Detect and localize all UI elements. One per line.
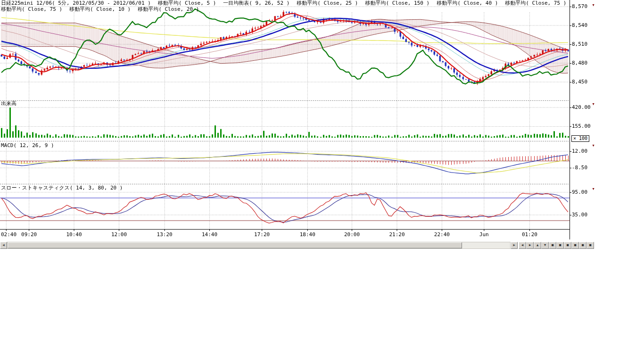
scrollbar-track[interactable]: [7, 242, 511, 249]
scroll-right-button[interactable]: ▶: [511, 242, 518, 249]
time-axis-label: 01:20: [522, 232, 537, 238]
horizontal-scrollbar[interactable]: ◀ ▶: [0, 242, 518, 249]
toolbar-mini-button-8[interactable]: ■: [571, 242, 579, 249]
time-axis-label: 14:40: [202, 232, 217, 238]
chart-application: 日経225mini 12/06( 5分, 2012/05/30 - 2012/0…: [0, 0, 644, 362]
mini-toolbar: ◀▶▲▼■■■■■■: [519, 242, 594, 249]
time-axis-label: 02:40: [1, 232, 17, 238]
toolbar-mini-button-7[interactable]: ■: [564, 242, 571, 249]
stoch-panel-label[interactable]: スロー・ストキャスティクス( 14, 3, 80, 20 ): [1, 185, 123, 191]
indicator-label[interactable]: 移動平均( Close, 25 ): [297, 0, 358, 6]
scroll-left-button[interactable]: ◀: [0, 242, 7, 249]
time-axis-label: 09:20: [21, 232, 37, 238]
indicator-label[interactable]: 移動平均( Close, 40 ): [437, 0, 498, 6]
toolbar-mini-button-5[interactable]: ■: [549, 242, 556, 249]
time-axis-label: 18:40: [300, 232, 315, 238]
macd-panel-label[interactable]: MACD( 12, 26, 9 ): [1, 143, 54, 148]
toolbar-mini-button-6[interactable]: ■: [556, 242, 564, 249]
indicator-label[interactable]: 移動平均( Close, 5 ): [158, 0, 216, 6]
price-axis-label: 8,540: [572, 22, 594, 28]
scrollbar-thumb[interactable]: [8, 242, 462, 248]
indicator-header-row2: 移動平均( Close, 75 )移動平均( Close, 10 )移動平均( …: [1, 7, 199, 12]
toolbar-mini-button-2[interactable]: ▶: [526, 242, 534, 249]
macd-axis-label: -8.50: [572, 165, 594, 171]
panel-axis-scale-button-volume[interactable]: ▼: [591, 102, 596, 107]
chart-canvas[interactable]: [0, 0, 599, 241]
indicator-label[interactable]: 移動平均( Close, 75 ): [505, 0, 566, 6]
stoch-axis-label: 35.00: [572, 212, 594, 218]
toolbar-mini-button-10[interactable]: ■: [586, 242, 594, 249]
time-axis-label: 10:40: [66, 232, 82, 238]
toolbar-mini-button-3[interactable]: ▲: [534, 242, 541, 249]
time-axis-label: 20:00: [344, 232, 360, 238]
time-axis-label: Jun: [479, 232, 489, 238]
price-axis-label: 8,450: [572, 79, 594, 85]
time-axis-label: 22:40: [434, 232, 450, 238]
toolbar-mini-button-9[interactable]: ■: [579, 242, 586, 249]
toolbar-mini-button-1[interactable]: ◀: [519, 242, 526, 249]
indicator-header-row1: 日経225mini 12/06( 5分, 2012/05/30 - 2012/0…: [1, 0, 566, 6]
indicator-label[interactable]: 移動平均( Close, 75 ): [1, 7, 62, 12]
panel-axis-scale-button-price[interactable]: ▼: [591, 3, 596, 8]
time-axis-label: 21:20: [389, 232, 405, 238]
indicator-label[interactable]: 一目均衡表( 9, 26, 52 ): [223, 0, 289, 6]
panel-axis-scale-button-stoch[interactable]: ▼: [591, 187, 596, 191]
panel-axis-scale-button-macd[interactable]: ▼: [591, 143, 596, 148]
macd-axis-label: 12.00: [572, 148, 594, 154]
indicator-label[interactable]: 日経225mini 12/06( 5分, 2012/05/30 - 2012/0…: [1, 0, 151, 6]
volume-panel-label[interactable]: 出来高: [1, 101, 17, 107]
indicator-label[interactable]: 移動平均( Close, 10 ): [69, 7, 131, 12]
indicator-label[interactable]: 移動平均( Close, 20 ): [138, 7, 199, 12]
time-axis-label: 17:20: [254, 232, 270, 238]
time-axis-label: 13:20: [157, 232, 173, 238]
price-axis-label: 8,510: [572, 41, 594, 47]
price-axis-label: 8,480: [572, 60, 594, 66]
time-axis-label: 12:00: [111, 232, 127, 238]
volume-axis-label: 155.00: [572, 123, 594, 129]
toolbar-mini-button-4[interactable]: ▼: [541, 242, 549, 249]
indicator-label[interactable]: 移動平均( Close, 150 ): [365, 0, 429, 6]
volume-multiplier-badge: × 100: [571, 135, 589, 142]
